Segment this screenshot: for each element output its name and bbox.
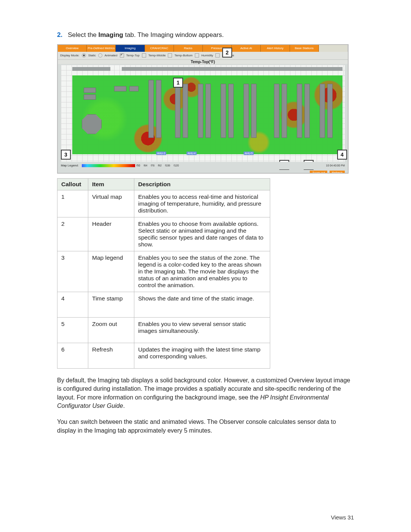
tab-imaging[interactable]: Imaging bbox=[116, 45, 145, 52]
table-row: 2 Header Enables you to choose from avai… bbox=[57, 217, 270, 251]
cell-item: Refresh bbox=[88, 343, 134, 368]
cell-desc: Enables you to access real-time and hist… bbox=[134, 190, 270, 217]
legend-tick: f64 bbox=[143, 164, 147, 167]
rack-row bbox=[274, 84, 279, 138]
button-bar: Zoom out Refresh bbox=[58, 169, 348, 174]
timestamp: 10 04:40:00 PM bbox=[326, 164, 345, 167]
cell-item: Header bbox=[88, 217, 134, 251]
callout-4: 4 bbox=[337, 150, 347, 160]
cell-callout: 5 bbox=[57, 317, 88, 343]
chk-humidity[interactable] bbox=[195, 53, 199, 58]
cell-desc: Enables you to choose from available opt… bbox=[134, 217, 270, 251]
callout-1: 1 bbox=[173, 78, 183, 88]
cell-callout: 2 bbox=[57, 217, 88, 251]
cell-item: Map legend bbox=[88, 251, 134, 292]
legend-gradient bbox=[82, 164, 135, 167]
map-label: AHU-3 bbox=[156, 152, 166, 155]
chk-temp-top[interactable] bbox=[120, 53, 124, 58]
paragraph-2: You can switch between the static and an… bbox=[57, 418, 354, 435]
table-row: 4 Time stamp Shows the date and time of … bbox=[57, 292, 270, 317]
tab-predef[interactable]: Pre-Defined Metrics bbox=[87, 45, 116, 52]
table-row: 6 Refresh Updates the imaging with the l… bbox=[57, 343, 270, 368]
map-label: AHU-4 bbox=[186, 152, 197, 155]
th-callout: Callout bbox=[57, 178, 88, 190]
chk-temp-bottom-label: Temp-Bottom bbox=[174, 54, 193, 57]
tab-bar: Overview Pre-Defined Metrics Imaging CRA… bbox=[58, 45, 348, 52]
chk-temp-middle[interactable] bbox=[142, 53, 146, 58]
map-legend-bar: Map Legend: f50 f64 f78 f92 f106 f120 10… bbox=[58, 162, 348, 169]
rack-row bbox=[221, 84, 226, 138]
legend-label: Map Legend: bbox=[61, 164, 79, 167]
step-number: 2. bbox=[57, 31, 62, 38]
chk-temp-top-label: Temp-Top bbox=[126, 54, 140, 57]
rack-row bbox=[206, 84, 211, 138]
callout-2: 2 bbox=[222, 48, 232, 58]
rack-row bbox=[156, 80, 161, 138]
tab-basestat[interactable]: Base Stations bbox=[290, 45, 319, 52]
rack-row bbox=[297, 84, 302, 138]
map-title: Temp-Top(°F) bbox=[58, 60, 348, 64]
th-desc: Description bbox=[134, 178, 270, 190]
cell-desc: Updates the imaging with the latest time… bbox=[134, 343, 270, 368]
tab-gap bbox=[319, 45, 348, 52]
step-text-pre: Select the bbox=[68, 31, 98, 38]
cell-item: Time stamp bbox=[88, 292, 134, 317]
radio-static[interactable] bbox=[82, 53, 86, 58]
para1-b: . bbox=[123, 403, 124, 409]
map-label: AHU-5 bbox=[244, 152, 254, 155]
cell-callout: 6 bbox=[57, 343, 88, 368]
rack bbox=[129, 86, 139, 91]
rack-row bbox=[183, 84, 188, 138]
cell-callout: 1 bbox=[57, 190, 88, 217]
wall-segment bbox=[72, 67, 110, 71]
chk-temp-middle-label: Temp-Middle bbox=[148, 54, 166, 57]
rack-row bbox=[327, 84, 333, 138]
imaging-screenshot: Overview Pre-Defined Metrics Imaging CRA… bbox=[57, 44, 349, 174]
legend-tick: f106 bbox=[165, 164, 170, 167]
radio-static-label: Static bbox=[88, 54, 96, 57]
tab-activeal[interactable]: Active Al bbox=[232, 45, 261, 52]
wall-segment bbox=[122, 67, 342, 71]
table-row: 3 Map legend Enables you to see the stat… bbox=[57, 251, 270, 292]
zoom-out-button[interactable]: Zoom out bbox=[310, 171, 327, 174]
page-footer: Views 31 bbox=[331, 514, 354, 521]
rack-row bbox=[228, 84, 234, 138]
rack-row bbox=[320, 84, 325, 138]
radio-animated-label: Animated bbox=[105, 54, 118, 57]
rack bbox=[84, 94, 96, 100]
step-text-bold: Imaging bbox=[99, 31, 123, 38]
legend-ticks: f50 f64 f78 f92 f106 f120 bbox=[137, 164, 179, 167]
rack-row bbox=[198, 84, 203, 138]
rack-row bbox=[304, 84, 310, 138]
cell-desc: Enables you to see the status of the zon… bbox=[134, 251, 270, 292]
legend-tick: f92 bbox=[158, 164, 162, 167]
rack bbox=[114, 86, 126, 91]
cell-callout: 3 bbox=[57, 251, 88, 292]
cell-callout: 4 bbox=[57, 292, 88, 317]
display-options-bar: Display Mode: Static Animated Temp-Top T… bbox=[58, 52, 348, 60]
table-row: 1 Virtual map Enables you to access real… bbox=[57, 190, 270, 217]
callout-table: Callout Item Description 1 Virtual map E… bbox=[57, 178, 270, 369]
radio-animated[interactable] bbox=[98, 53, 102, 58]
chk-humidity-label: Humidity bbox=[201, 54, 213, 57]
chk-temp-bottom[interactable] bbox=[168, 53, 172, 58]
tab-racks[interactable]: Racks bbox=[174, 45, 203, 52]
step-text-post: tab. The Imaging window appears. bbox=[123, 31, 224, 38]
refresh-button[interactable]: Refresh bbox=[330, 171, 345, 174]
rack-row bbox=[251, 84, 256, 138]
rack-row bbox=[175, 84, 180, 138]
chk-pressure[interactable] bbox=[215, 53, 220, 58]
cell-item: Zoom out bbox=[88, 317, 134, 343]
paragraph-1: By default, the Imaging tab displays a s… bbox=[57, 376, 354, 411]
virtual-map[interactable]: AHU-3 AHU-4 AHU-5 bbox=[61, 65, 345, 162]
tab-overview[interactable]: Overview bbox=[58, 45, 87, 52]
step-line: 2.Select the Imaging tab. The Imaging wi… bbox=[57, 30, 354, 40]
tab-alerthist[interactable]: Alert History bbox=[261, 45, 290, 52]
displaymode-label: Display Mode: bbox=[60, 54, 80, 57]
legend-tick: f120 bbox=[174, 164, 179, 167]
legend-tick: f50 bbox=[137, 164, 140, 167]
rack bbox=[84, 88, 96, 93]
tab-crah[interactable]: CRAH/CRAC bbox=[145, 45, 174, 52]
table-row: 5 Zoom out Enables you to view several s… bbox=[57, 317, 270, 343]
callout-3: 3 bbox=[61, 150, 71, 160]
